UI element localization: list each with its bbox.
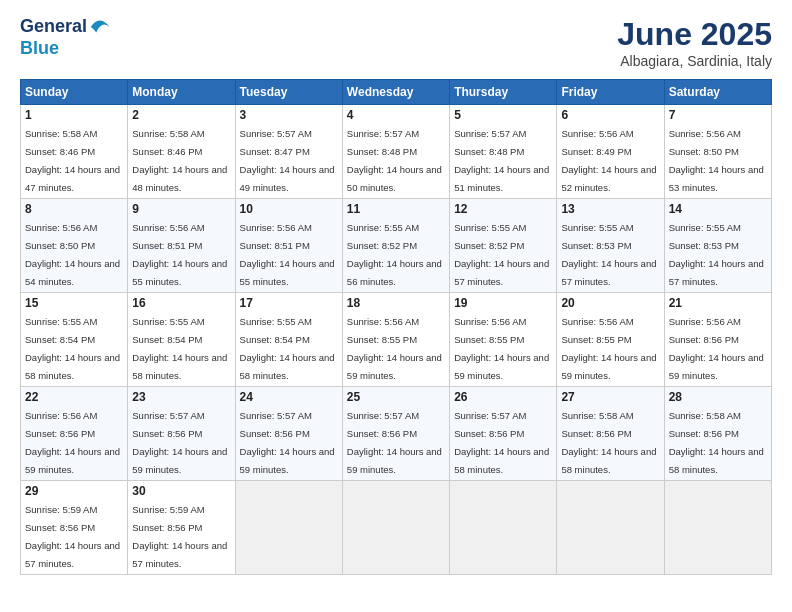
header: General Blue June 2025 Albagiara, Sardin… — [20, 16, 772, 69]
day-info: Sunrise: 5:58 AMSunset: 8:56 PMDaylight:… — [561, 410, 656, 475]
day-number: 1 — [25, 108, 123, 122]
day-info: Sunrise: 5:57 AMSunset: 8:48 PMDaylight:… — [347, 128, 442, 193]
month-title: June 2025 — [617, 16, 772, 53]
day-cell-26: 26 Sunrise: 5:57 AMSunset: 8:56 PMDaylig… — [450, 387, 557, 481]
day-number: 23 — [132, 390, 230, 404]
page: General Blue June 2025 Albagiara, Sardin… — [0, 0, 792, 612]
col-header-saturday: Saturday — [664, 80, 771, 105]
day-cell-1: 1 Sunrise: 5:58 AMSunset: 8:46 PMDayligh… — [21, 105, 128, 199]
day-info: Sunrise: 5:57 AMSunset: 8:56 PMDaylight:… — [347, 410, 442, 475]
day-cell-11: 11 Sunrise: 5:55 AMSunset: 8:52 PMDaylig… — [342, 199, 449, 293]
day-number: 15 — [25, 296, 123, 310]
day-cell-23: 23 Sunrise: 5:57 AMSunset: 8:56 PMDaylig… — [128, 387, 235, 481]
day-cell-16: 16 Sunrise: 5:55 AMSunset: 8:54 PMDaylig… — [128, 293, 235, 387]
day-number: 24 — [240, 390, 338, 404]
day-cell-8: 8 Sunrise: 5:56 AMSunset: 8:50 PMDayligh… — [21, 199, 128, 293]
empty-cell — [664, 481, 771, 575]
day-number: 29 — [25, 484, 123, 498]
day-number: 9 — [132, 202, 230, 216]
day-info: Sunrise: 5:56 AMSunset: 8:55 PMDaylight:… — [454, 316, 549, 381]
subtitle: Albagiara, Sardinia, Italy — [617, 53, 772, 69]
title-block: June 2025 Albagiara, Sardinia, Italy — [617, 16, 772, 69]
day-number: 17 — [240, 296, 338, 310]
day-number: 20 — [561, 296, 659, 310]
day-info: Sunrise: 5:56 AMSunset: 8:51 PMDaylight:… — [132, 222, 227, 287]
day-info: Sunrise: 5:59 AMSunset: 8:56 PMDaylight:… — [132, 504, 227, 569]
day-cell-25: 25 Sunrise: 5:57 AMSunset: 8:56 PMDaylig… — [342, 387, 449, 481]
day-cell-7: 7 Sunrise: 5:56 AMSunset: 8:50 PMDayligh… — [664, 105, 771, 199]
day-number: 26 — [454, 390, 552, 404]
day-number: 3 — [240, 108, 338, 122]
col-header-tuesday: Tuesday — [235, 80, 342, 105]
day-number: 10 — [240, 202, 338, 216]
day-info: Sunrise: 5:57 AMSunset: 8:56 PMDaylight:… — [132, 410, 227, 475]
day-cell-13: 13 Sunrise: 5:55 AMSunset: 8:53 PMDaylig… — [557, 199, 664, 293]
logo-text-general: General — [20, 17, 87, 37]
col-header-friday: Friday — [557, 80, 664, 105]
day-info: Sunrise: 5:55 AMSunset: 8:54 PMDaylight:… — [240, 316, 335, 381]
day-info: Sunrise: 5:57 AMSunset: 8:48 PMDaylight:… — [454, 128, 549, 193]
col-header-sunday: Sunday — [21, 80, 128, 105]
day-number: 12 — [454, 202, 552, 216]
day-cell-5: 5 Sunrise: 5:57 AMSunset: 8:48 PMDayligh… — [450, 105, 557, 199]
day-number: 30 — [132, 484, 230, 498]
logo-text-blue: Blue — [20, 38, 111, 59]
day-cell-2: 2 Sunrise: 5:58 AMSunset: 8:46 PMDayligh… — [128, 105, 235, 199]
day-info: Sunrise: 5:57 AMSunset: 8:47 PMDaylight:… — [240, 128, 335, 193]
day-cell-14: 14 Sunrise: 5:55 AMSunset: 8:53 PMDaylig… — [664, 199, 771, 293]
day-number: 7 — [669, 108, 767, 122]
day-info: Sunrise: 5:58 AMSunset: 8:46 PMDaylight:… — [132, 128, 227, 193]
day-info: Sunrise: 5:58 AMSunset: 8:56 PMDaylight:… — [669, 410, 764, 475]
empty-cell — [342, 481, 449, 575]
calendar-week-1: 1 Sunrise: 5:58 AMSunset: 8:46 PMDayligh… — [21, 105, 772, 199]
day-number: 4 — [347, 108, 445, 122]
day-cell-17: 17 Sunrise: 5:55 AMSunset: 8:54 PMDaylig… — [235, 293, 342, 387]
day-cell-27: 27 Sunrise: 5:58 AMSunset: 8:56 PMDaylig… — [557, 387, 664, 481]
day-number: 19 — [454, 296, 552, 310]
day-cell-4: 4 Sunrise: 5:57 AMSunset: 8:48 PMDayligh… — [342, 105, 449, 199]
day-cell-6: 6 Sunrise: 5:56 AMSunset: 8:49 PMDayligh… — [557, 105, 664, 199]
day-number: 18 — [347, 296, 445, 310]
day-number: 2 — [132, 108, 230, 122]
day-info: Sunrise: 5:55 AMSunset: 8:53 PMDaylight:… — [561, 222, 656, 287]
day-cell-21: 21 Sunrise: 5:56 AMSunset: 8:56 PMDaylig… — [664, 293, 771, 387]
day-info: Sunrise: 5:55 AMSunset: 8:54 PMDaylight:… — [132, 316, 227, 381]
day-cell-18: 18 Sunrise: 5:56 AMSunset: 8:55 PMDaylig… — [342, 293, 449, 387]
day-info: Sunrise: 5:56 AMSunset: 8:51 PMDaylight:… — [240, 222, 335, 287]
day-info: Sunrise: 5:56 AMSunset: 8:50 PMDaylight:… — [25, 222, 120, 287]
day-info: Sunrise: 5:56 AMSunset: 8:55 PMDaylight:… — [561, 316, 656, 381]
day-cell-15: 15 Sunrise: 5:55 AMSunset: 8:54 PMDaylig… — [21, 293, 128, 387]
day-number: 14 — [669, 202, 767, 216]
col-header-wednesday: Wednesday — [342, 80, 449, 105]
empty-cell — [557, 481, 664, 575]
day-info: Sunrise: 5:56 AMSunset: 8:56 PMDaylight:… — [669, 316, 764, 381]
day-info: Sunrise: 5:56 AMSunset: 8:56 PMDaylight:… — [25, 410, 120, 475]
day-number: 27 — [561, 390, 659, 404]
calendar-week-5: 29 Sunrise: 5:59 AMSunset: 8:56 PMDaylig… — [21, 481, 772, 575]
calendar-table: SundayMondayTuesdayWednesdayThursdayFrid… — [20, 79, 772, 575]
logo: General Blue — [20, 16, 111, 59]
day-info: Sunrise: 5:55 AMSunset: 8:52 PMDaylight:… — [347, 222, 442, 287]
day-cell-22: 22 Sunrise: 5:56 AMSunset: 8:56 PMDaylig… — [21, 387, 128, 481]
day-info: Sunrise: 5:58 AMSunset: 8:46 PMDaylight:… — [25, 128, 120, 193]
calendar-week-3: 15 Sunrise: 5:55 AMSunset: 8:54 PMDaylig… — [21, 293, 772, 387]
calendar-week-2: 8 Sunrise: 5:56 AMSunset: 8:50 PMDayligh… — [21, 199, 772, 293]
day-number: 5 — [454, 108, 552, 122]
day-info: Sunrise: 5:57 AMSunset: 8:56 PMDaylight:… — [454, 410, 549, 475]
col-header-thursday: Thursday — [450, 80, 557, 105]
day-info: Sunrise: 5:55 AMSunset: 8:54 PMDaylight:… — [25, 316, 120, 381]
day-info: Sunrise: 5:59 AMSunset: 8:56 PMDaylight:… — [25, 504, 120, 569]
day-info: Sunrise: 5:56 AMSunset: 8:49 PMDaylight:… — [561, 128, 656, 193]
col-header-monday: Monday — [128, 80, 235, 105]
day-number: 25 — [347, 390, 445, 404]
day-number: 16 — [132, 296, 230, 310]
day-cell-9: 9 Sunrise: 5:56 AMSunset: 8:51 PMDayligh… — [128, 199, 235, 293]
day-cell-10: 10 Sunrise: 5:56 AMSunset: 8:51 PMDaylig… — [235, 199, 342, 293]
day-number: 8 — [25, 202, 123, 216]
day-cell-30: 30 Sunrise: 5:59 AMSunset: 8:56 PMDaylig… — [128, 481, 235, 575]
day-number: 6 — [561, 108, 659, 122]
day-cell-24: 24 Sunrise: 5:57 AMSunset: 8:56 PMDaylig… — [235, 387, 342, 481]
day-cell-12: 12 Sunrise: 5:55 AMSunset: 8:52 PMDaylig… — [450, 199, 557, 293]
calendar-header-row: SundayMondayTuesdayWednesdayThursdayFrid… — [21, 80, 772, 105]
day-cell-28: 28 Sunrise: 5:58 AMSunset: 8:56 PMDaylig… — [664, 387, 771, 481]
